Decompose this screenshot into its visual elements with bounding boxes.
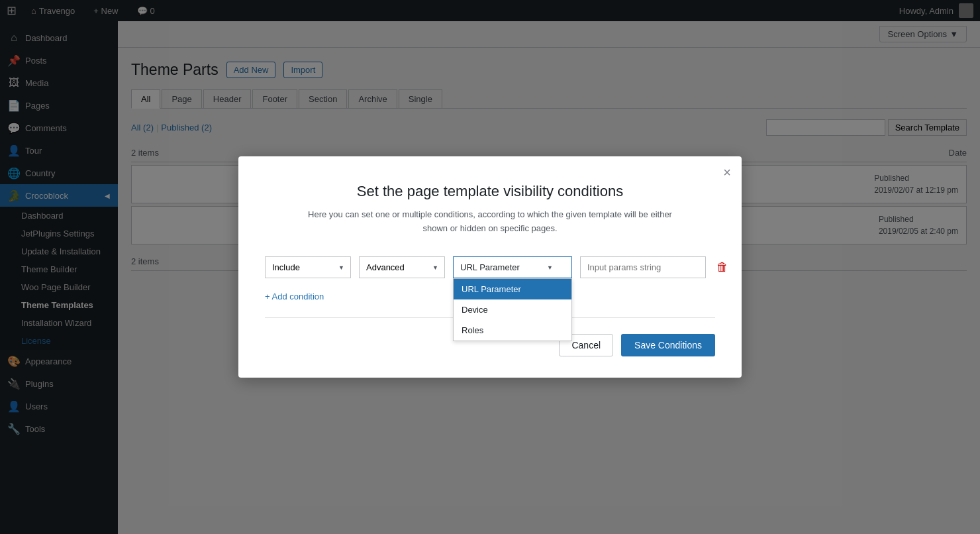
modal: × Set the page template visibility condi… xyxy=(238,156,742,378)
params-input[interactable] xyxy=(580,256,706,278)
url-param-dropdown-menu: URL Parameter Device Roles xyxy=(453,278,572,341)
dropdown-option-roles[interactable]: Roles xyxy=(454,320,571,341)
condition-row: Include Advanced URL Parameter ▼ xyxy=(265,256,715,278)
save-conditions-button[interactable]: Save Conditions xyxy=(621,334,715,356)
modal-subtitle: Here you can set one or multiple conditi… xyxy=(265,208,715,236)
delete-condition-button[interactable]: 🗑 xyxy=(714,258,731,277)
modal-title: Set the page template visibility conditi… xyxy=(265,183,715,200)
advanced-select[interactable]: Advanced xyxy=(359,256,445,278)
dropdown-option-url-parameter[interactable]: URL Parameter xyxy=(454,279,571,299)
dropdown-option-device[interactable]: Device xyxy=(454,299,571,320)
modal-overlay: × Set the page template visibility condi… xyxy=(118,21,980,534)
advanced-select-wrapper: Advanced xyxy=(359,256,445,278)
modal-close-button[interactable]: × xyxy=(723,166,731,179)
url-param-chevron-icon: ▼ xyxy=(547,264,553,271)
url-param-selected[interactable]: URL Parameter ▼ xyxy=(453,256,572,278)
url-param-dropdown[interactable]: URL Parameter ▼ URL Parameter Device Rol… xyxy=(453,256,572,278)
include-select[interactable]: Include xyxy=(265,256,351,278)
include-select-wrapper: Include xyxy=(265,256,351,278)
main-content: Screen Options ▼ Theme Parts Add New Imp… xyxy=(118,21,980,534)
url-param-label: URL Parameter xyxy=(460,262,520,272)
